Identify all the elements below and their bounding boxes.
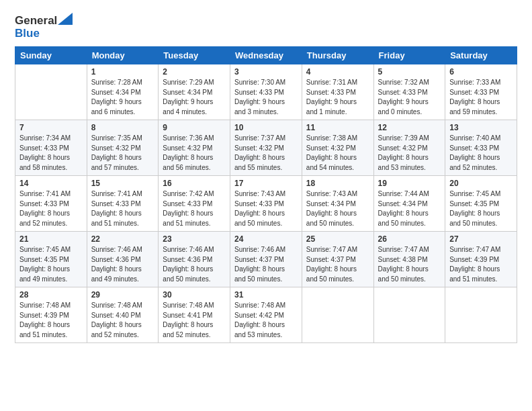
- calendar-cell: 25Sunrise: 7:47 AM Sunset: 4:37 PM Dayli…: [302, 232, 373, 287]
- weekday-header-monday: Monday: [87, 47, 159, 64]
- calendar-cell: 27Sunrise: 7:47 AM Sunset: 4:39 PM Dayli…: [445, 232, 517, 287]
- calendar-cell: 31Sunrise: 7:48 AM Sunset: 4:42 PM Dayli…: [230, 287, 302, 343]
- calendar-cell: 30Sunrise: 7:48 AM Sunset: 4:41 PM Dayli…: [159, 287, 230, 343]
- calendar-cell: 3Sunrise: 7:30 AM Sunset: 4:33 PM Daylig…: [230, 64, 302, 120]
- calendar-cell: 20Sunrise: 7:45 AM Sunset: 4:35 PM Dayli…: [445, 176, 517, 232]
- weekday-header-row: SundayMondayTuesdayWednesdayThursdayFrid…: [15, 47, 517, 64]
- day-number: 10: [234, 123, 298, 132]
- day-number: 4: [306, 67, 369, 77]
- calendar-cell: 15Sunrise: 7:41 AM Sunset: 4:33 PM Dayli…: [87, 176, 159, 232]
- calendar-cell: 17Sunrise: 7:43 AM Sunset: 4:33 PM Dayli…: [230, 176, 302, 232]
- day-number: 1: [91, 67, 154, 77]
- day-number: 26: [378, 234, 441, 244]
- day-info: Sunrise: 7:48 AM Sunset: 4:41 PM Dayligh…: [163, 301, 226, 340]
- weekday-header-saturday: Saturday: [445, 47, 517, 64]
- calendar-cell: 14Sunrise: 7:41 AM Sunset: 4:33 PM Dayli…: [15, 176, 87, 232]
- calendar-cell: 29Sunrise: 7:48 AM Sunset: 4:40 PM Dayli…: [87, 287, 159, 343]
- day-number: 6: [449, 67, 513, 77]
- day-number: 18: [306, 179, 369, 188]
- calendar-cell: 13Sunrise: 7:40 AM Sunset: 4:33 PM Dayli…: [445, 120, 517, 176]
- day-info: Sunrise: 7:46 AM Sunset: 4:37 PM Dayligh…: [234, 245, 298, 284]
- logo-general-text: General: [15, 15, 57, 28]
- day-number: 22: [91, 234, 154, 244]
- calendar-cell: 22Sunrise: 7:46 AM Sunset: 4:36 PM Dayli…: [87, 232, 159, 287]
- calendar-cell: [373, 287, 445, 343]
- day-info: Sunrise: 7:48 AM Sunset: 4:40 PM Dayligh…: [91, 301, 154, 340]
- day-info: Sunrise: 7:30 AM Sunset: 4:33 PM Dayligh…: [234, 78, 298, 117]
- day-info: Sunrise: 7:35 AM Sunset: 4:32 PM Dayligh…: [91, 134, 154, 173]
- day-number: 24: [234, 234, 298, 244]
- day-number: 8: [91, 123, 154, 132]
- calendar-cell: 21Sunrise: 7:45 AM Sunset: 4:35 PM Dayli…: [15, 232, 87, 287]
- calendar-cell: 4Sunrise: 7:31 AM Sunset: 4:33 PM Daylig…: [302, 64, 373, 120]
- day-number: 25: [306, 234, 369, 244]
- day-info: Sunrise: 7:45 AM Sunset: 4:35 PM Dayligh…: [19, 245, 83, 284]
- day-info: Sunrise: 7:47 AM Sunset: 4:37 PM Dayligh…: [306, 245, 369, 284]
- day-info: Sunrise: 7:37 AM Sunset: 4:32 PM Dayligh…: [234, 134, 298, 173]
- header: General Blue: [15, 12, 517, 40]
- day-info: Sunrise: 7:43 AM Sunset: 4:34 PM Dayligh…: [306, 189, 369, 228]
- day-number: 5: [378, 67, 441, 77]
- weekday-header-tuesday: Tuesday: [159, 47, 230, 64]
- logo-bird-icon: [58, 13, 73, 25]
- day-info: Sunrise: 7:39 AM Sunset: 4:32 PM Dayligh…: [378, 134, 441, 173]
- day-number: 15: [91, 179, 154, 188]
- calendar-cell: 18Sunrise: 7:43 AM Sunset: 4:34 PM Dayli…: [302, 176, 373, 232]
- calendar-cell: 26Sunrise: 7:47 AM Sunset: 4:38 PM Dayli…: [373, 232, 445, 287]
- week-row-5: 28Sunrise: 7:48 AM Sunset: 4:39 PM Dayli…: [15, 287, 517, 343]
- day-info: Sunrise: 7:36 AM Sunset: 4:32 PM Dayligh…: [163, 134, 226, 173]
- day-info: Sunrise: 7:41 AM Sunset: 4:33 PM Dayligh…: [91, 189, 154, 228]
- day-info: Sunrise: 7:46 AM Sunset: 4:36 PM Dayligh…: [91, 245, 154, 284]
- calendar-cell: [15, 64, 87, 120]
- calendar-cell: 6Sunrise: 7:33 AM Sunset: 4:33 PM Daylig…: [445, 64, 517, 120]
- calendar-cell: 11Sunrise: 7:38 AM Sunset: 4:32 PM Dayli…: [302, 120, 373, 176]
- logo: General Blue: [15, 15, 73, 40]
- day-info: Sunrise: 7:33 AM Sunset: 4:33 PM Dayligh…: [449, 78, 513, 117]
- calendar-cell: 2Sunrise: 7:29 AM Sunset: 4:34 PM Daylig…: [159, 64, 230, 120]
- week-row-4: 21Sunrise: 7:45 AM Sunset: 4:35 PM Dayli…: [15, 232, 517, 287]
- day-info: Sunrise: 7:32 AM Sunset: 4:33 PM Dayligh…: [378, 78, 441, 117]
- week-row-2: 7Sunrise: 7:34 AM Sunset: 4:33 PM Daylig…: [15, 120, 517, 176]
- day-number: 28: [19, 290, 83, 300]
- calendar-cell: [445, 287, 517, 343]
- day-info: Sunrise: 7:31 AM Sunset: 4:33 PM Dayligh…: [306, 78, 369, 117]
- day-number: 14: [19, 179, 83, 188]
- day-number: 11: [306, 123, 369, 132]
- day-number: 9: [163, 123, 226, 132]
- weekday-header-wednesday: Wednesday: [230, 47, 302, 64]
- week-row-1: 1Sunrise: 7:28 AM Sunset: 4:34 PM Daylig…: [15, 64, 517, 120]
- calendar-cell: [302, 287, 373, 343]
- calendar-cell: 8Sunrise: 7:35 AM Sunset: 4:32 PM Daylig…: [87, 120, 159, 176]
- day-info: Sunrise: 7:29 AM Sunset: 4:34 PM Dayligh…: [163, 78, 226, 117]
- day-info: Sunrise: 7:34 AM Sunset: 4:33 PM Dayligh…: [19, 134, 83, 173]
- day-info: Sunrise: 7:38 AM Sunset: 4:32 PM Dayligh…: [306, 134, 369, 173]
- day-number: 12: [378, 123, 441, 132]
- day-info: Sunrise: 7:47 AM Sunset: 4:38 PM Dayligh…: [378, 245, 441, 284]
- day-number: 19: [378, 179, 441, 188]
- calendar-cell: 12Sunrise: 7:39 AM Sunset: 4:32 PM Dayli…: [373, 120, 445, 176]
- calendar-cell: 23Sunrise: 7:46 AM Sunset: 4:36 PM Dayli…: [159, 232, 230, 287]
- day-number: 2: [163, 67, 226, 77]
- calendar-cell: 24Sunrise: 7:46 AM Sunset: 4:37 PM Dayli…: [230, 232, 302, 287]
- day-info: Sunrise: 7:48 AM Sunset: 4:42 PM Dayligh…: [234, 301, 298, 340]
- day-number: 21: [19, 234, 83, 244]
- logo-blue-text: Blue: [15, 28, 40, 40]
- day-info: Sunrise: 7:42 AM Sunset: 4:33 PM Dayligh…: [163, 189, 226, 228]
- weekday-header-sunday: Sunday: [15, 47, 87, 64]
- day-info: Sunrise: 7:40 AM Sunset: 4:33 PM Dayligh…: [449, 134, 513, 173]
- day-info: Sunrise: 7:28 AM Sunset: 4:34 PM Dayligh…: [91, 78, 154, 117]
- day-number: 13: [449, 123, 513, 132]
- day-number: 27: [449, 234, 513, 244]
- calendar: SundayMondayTuesdayWednesdayThursdayFrid…: [15, 46, 517, 343]
- day-number: 7: [19, 123, 83, 132]
- day-number: 17: [234, 179, 298, 188]
- calendar-cell: 28Sunrise: 7:48 AM Sunset: 4:39 PM Dayli…: [15, 287, 87, 343]
- calendar-cell: 9Sunrise: 7:36 AM Sunset: 4:32 PM Daylig…: [159, 120, 230, 176]
- day-info: Sunrise: 7:43 AM Sunset: 4:33 PM Dayligh…: [234, 189, 298, 228]
- page: General Blue SundayMondayTuesdayWednesda…: [0, 0, 532, 411]
- calendar-cell: 10Sunrise: 7:37 AM Sunset: 4:32 PM Dayli…: [230, 120, 302, 176]
- day-info: Sunrise: 7:44 AM Sunset: 4:34 PM Dayligh…: [378, 189, 441, 228]
- weekday-header-thursday: Thursday: [302, 47, 373, 64]
- calendar-cell: 1Sunrise: 7:28 AM Sunset: 4:34 PM Daylig…: [87, 64, 159, 120]
- day-number: 3: [234, 67, 298, 77]
